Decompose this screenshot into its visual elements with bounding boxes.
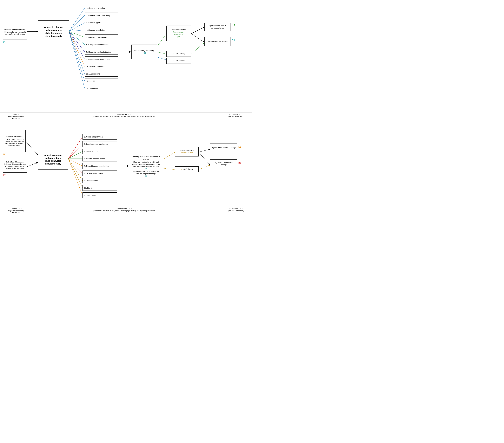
top-arrows — [0, 0, 252, 111]
bct-4: 4. Shaping knowledge — [85, 27, 118, 33]
outcomes-label-bottom-footer: Outcomes – 'O' (Diet and PA behavior) — [221, 208, 251, 212]
aimed-text: Aimed to change both parent and child be… — [44, 26, 63, 38]
bct-12: 12. Antecedents — [85, 71, 118, 77]
svg-line-10 — [69, 31, 85, 37]
ref-52-left: [52] — [3, 153, 6, 155]
neg-box-desc: Children who are overweight often suffer… — [4, 31, 26, 35]
outcomes-label-top-bottom: Outcomes – 'O' (Diet and PA behavior) — [221, 113, 251, 117]
svg-line-11 — [69, 31, 85, 45]
significant-diet-box: Significant diet behavior change — [210, 159, 237, 168]
bct-9: 9. Comparison of outcomes — [85, 57, 118, 62]
svg-line-9 — [69, 30, 85, 31]
negative-emotional-box: Negative emotional issues Children who a… — [3, 24, 27, 39]
b-bct-1: 1. Goals and planning — [83, 134, 117, 139]
individual-diff-box2: Individual differences Individual differ… — [3, 158, 27, 173]
svg-line-16 — [69, 31, 85, 81]
ref-51-right: [51] — [232, 39, 235, 41]
svg-line-37 — [68, 159, 83, 173]
svg-line-42 — [163, 152, 175, 159]
svg-line-23 — [191, 34, 204, 42]
b-bct-10: 10. Reward and threat — [83, 171, 117, 176]
self-efficacy-box-top: ↗ Self efficacy — [166, 51, 191, 57]
ind2-individual: Individual differences — [6, 161, 23, 163]
svg-line-34 — [68, 151, 83, 159]
svg-line-6 — [69, 8, 85, 31]
svg-line-38 — [68, 159, 83, 181]
significant-pa-box: Significant PA behavior change — [210, 143, 237, 152]
svg-line-40 — [68, 159, 83, 195]
mechanisms-label-top-bottom: Mechanisms – 'M' (Parent/ child dynamic,… — [73, 113, 175, 117]
neg-box-title: Negative emotional issues — [4, 28, 26, 31]
context-label-bottom-footer: Context – 'C' (Key barriers to healthy b… — [4, 208, 28, 213]
aimed-box-top: Aimed to change both parent and child be… — [38, 20, 69, 43]
svg-line-14 — [69, 31, 85, 66]
svg-line-36 — [68, 159, 83, 166]
bct-3: 3. Social support — [85, 20, 118, 25]
svg-line-22 — [191, 27, 204, 34]
aimed-box-bottom: Aimed to change both parent and child be… — [38, 149, 68, 170]
b-bct-2: 2. Feedback and monitoring — [83, 141, 117, 147]
context-label-top-bottom: Context – 'C' (Key barriers to healthy b… — [4, 113, 28, 119]
bct-5: 5. Natural consequences — [85, 35, 118, 40]
whole-family-title: Whole family ownership — [134, 50, 154, 52]
svg-line-43 — [163, 168, 175, 170]
bct-1: 1. Goals and planning — [85, 5, 118, 11]
svg-line-21 — [157, 57, 166, 60]
intrinsic-box-bottom: Intrinsic motivation reinforced value — [175, 147, 198, 156]
svg-line-46 — [198, 165, 210, 170]
svg-line-8 — [69, 23, 85, 31]
significant-diet-pa-box: Significant diet and PA behavior change — [204, 23, 231, 31]
b-bct-12: 12. Antecedents — [83, 178, 117, 183]
svg-line-45 — [198, 152, 210, 165]
bct-13: 13. Identity — [85, 78, 118, 84]
self-esteem-box-top: ↗ Self-esteem — [166, 58, 191, 64]
whole-family-box: Whole family ownership [48] — [131, 45, 157, 59]
svg-line-32 — [68, 137, 83, 159]
svg-line-33 — [68, 144, 83, 159]
svg-line-31 — [27, 162, 38, 167]
svg-line-30 — [26, 141, 38, 155]
positive-trend-box: Positive trend diet and PA — [204, 37, 231, 46]
ref-45-right: [45] — [238, 162, 241, 164]
svg-line-24 — [191, 42, 204, 54]
svg-line-7 — [69, 15, 85, 31]
bct-8: 8. Repetition and substitution — [85, 49, 118, 55]
svg-line-39 — [68, 159, 83, 188]
bct-15: 15. Self belief — [85, 86, 118, 91]
individual-diff-box1: Individual differences Difficult to affe… — [3, 130, 26, 152]
svg-line-19 — [157, 34, 166, 47]
intrinsic-box-top: Intrinsic motivation fun, enjoyable, 'ex… — [166, 26, 191, 41]
svg-line-15 — [69, 31, 85, 74]
whole-family-ref: [48] — [134, 52, 154, 54]
ref-45-left: [45] — [3, 174, 6, 176]
b-bct-13: 13. Identity — [83, 185, 117, 191]
b-bct-3: 3. Social support — [83, 149, 117, 154]
self-efficacy-box-bottom: ↗ Self efficacy — [175, 166, 198, 172]
svg-line-13 — [69, 31, 85, 59]
mechanisms-label-bottom-footer: Mechanisms – 'M' (Parent/ child dynamic,… — [73, 208, 175, 212]
diagram-wrapper: Negative emotional issues Children who a… — [0, 0, 252, 224]
svg-line-44 — [198, 149, 210, 152]
ref-44-right: [44] — [232, 24, 235, 26]
b-bct-8: 8. Repetition and substitution — [83, 163, 117, 169]
bct-6: 6. Comparison of behavior — [85, 42, 118, 47]
bottom-diagram: Context – 'C' (Key barriers to healthy b… — [0, 113, 252, 224]
top-diagram: Negative emotional issues Children who a… — [0, 0, 252, 111]
svg-line-17 — [69, 31, 85, 88]
matching-box: Matching individual's readiness to chang… — [129, 152, 163, 181]
ref-52-right: [52] — [238, 146, 241, 148]
ref-51-left: [51] — [3, 41, 6, 43]
bct-10: 10. Reward and threat — [85, 64, 118, 69]
svg-line-20 — [157, 52, 166, 54]
b-bct-15: 15. Self belief — [83, 193, 117, 198]
bct-2: 2. Feedback and monitoring — [85, 13, 118, 18]
svg-line-12 — [69, 31, 85, 52]
b-bct-5: 5. Natural consequences — [83, 156, 117, 161]
